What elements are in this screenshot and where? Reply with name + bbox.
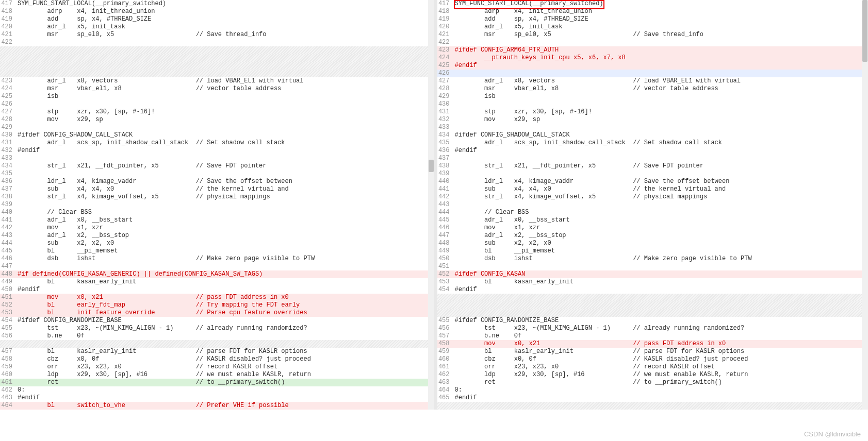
code-row[interactable]: 441 sub x4, x4, x0 // the kernel virtual… — [437, 185, 869, 193]
code-row[interactable] — [437, 402, 869, 410]
code-row[interactable] — [0, 46, 431, 54]
code-row[interactable]: 428 msr vbar_el1, x8 // vector table add… — [437, 85, 869, 93]
code-row[interactable]: 447 adr_l x2, __bss_stop — [437, 232, 869, 240]
code-row[interactable]: 447 — [0, 263, 431, 270]
code-row[interactable]: 440 // Clear BSS — [0, 209, 431, 216]
code-row[interactable]: 452 bl early_fdt_map // Try mapping the … — [0, 301, 431, 309]
code-row[interactable] — [0, 70, 431, 77]
code-row[interactable]: 449 bl kasan_early_init — [0, 278, 431, 286]
code-row[interactable]: 462 ldp x29, x30, [sp], #16 // we must e… — [437, 371, 869, 379]
code-row[interactable]: 461 orr x23, x23, x0 // record KASLR off… — [437, 363, 869, 371]
code-row[interactable]: 446 mov x1, xzr — [437, 224, 869, 232]
code-row[interactable]: 464 bl switch_to_vhe // Prefer VHE if po… — [0, 402, 431, 410]
code-row[interactable]: 448#if defined(CONFIG_KASAN_GENERIC) || … — [0, 270, 431, 278]
code-row[interactable]: 430#ifdef CONFIG_SHADOW_CALL_STACK — [0, 131, 431, 139]
code-row[interactable]: 432 mov x29, sp — [437, 116, 869, 124]
code-row[interactable]: 436 ldr_l x4, kimage_vaddr // Save the o… — [0, 178, 431, 185]
code-row[interactable]: 425 isb — [0, 93, 431, 100]
code-row[interactable]: 434#ifdef CONFIG_SHADOW_CALL_STACK — [437, 131, 869, 139]
code-row[interactable]: 439 — [0, 201, 431, 209]
code-row[interactable]: 450#endif — [0, 286, 431, 294]
code-row[interactable]: 423 adr_l x8, vectors // load VBAR_EL1 w… — [0, 77, 431, 85]
code-row[interactable]: 430 — [437, 100, 869, 108]
code-row[interactable]: 437 — [437, 155, 869, 162]
code-row[interactable]: 442 mov x1, xzr — [0, 224, 431, 232]
code-row[interactable] — [437, 309, 869, 317]
code-row[interactable]: 417SYM_FUNC_START_LOCAL(__primary_switch… — [437, 0, 869, 8]
code-row[interactable]: 427 stp xzr, x30, [sp, #-16]! — [0, 108, 431, 116]
code-row[interactable]: 421 msr sp_el0, x5 // Save thread_info — [437, 31, 869, 39]
code-row[interactable]: 458 cbz x0, 0f // KASLR disabled? just p… — [0, 355, 431, 363]
code-row[interactable]: 455 tst x23, ~(MIN_KIMG_ALIGN - 1) // al… — [0, 325, 431, 332]
code-row[interactable]: 423#ifdef CONFIG_ARM64_PTR_AUTH — [437, 46, 869, 54]
code-row[interactable]: 454#ifdef CONFIG_RANDOMIZE_BASE — [0, 317, 431, 325]
code-row[interactable]: 452#ifdef CONFIG_KASAN — [437, 270, 869, 278]
code-row[interactable]: 445 bl __pi_memset — [0, 247, 431, 255]
code-row[interactable]: 440 ldr_l x4, kimage_vaddr // Save the o… — [437, 178, 869, 185]
code-row[interactable]: 433 — [0, 155, 431, 162]
code-row[interactable]: 463 ret // to __primary_switch() — [437, 379, 869, 386]
code-row[interactable]: 459 orr x23, x23, x0 // record KASLR off… — [0, 363, 431, 371]
code-row[interactable]: 456 tst x23, ~(MIN_KIMG_ALIGN - 1) // al… — [437, 325, 869, 332]
code-row[interactable]: 453 bl kasan_early_init — [437, 278, 869, 286]
code-row[interactable]: 424 msr vbar_el1, x8 // vector table add… — [0, 85, 431, 93]
code-row[interactable]: 420 adr_l x5, init_task — [0, 23, 431, 31]
code-row[interactable]: 429 — [0, 124, 431, 131]
code-row[interactable]: 419 add sp, x4, #THREAD_SIZE — [437, 15, 869, 23]
code-row[interactable]: 422 — [0, 39, 431, 46]
right-diff-pane[interactable]: 417SYM_FUNC_START_LOCAL(__primary_switch… — [437, 0, 869, 410]
code-row[interactable]: 438 str_l x21, __fdt_pointer, x5 // Save… — [437, 162, 869, 170]
code-row[interactable]: 448 sub x2, x2, x0 — [437, 240, 869, 247]
code-row[interactable]: 465#endif — [437, 394, 869, 402]
code-row[interactable]: 446 dsb ishst // Make zero page visible … — [0, 255, 431, 263]
code-row[interactable]: 432#endif — [0, 147, 431, 155]
code-row[interactable]: 434 str_l x21, __fdt_pointer, x5 // Save… — [0, 162, 431, 170]
left-diff-pane[interactable]: 417SYM_FUNC_START_LOCAL(__primary_switch… — [0, 0, 437, 410]
code-row[interactable]: 443 adr_l x2, __bss_stop — [0, 232, 431, 240]
code-row[interactable]: 422 — [437, 39, 869, 46]
code-row[interactable]: 460 cbz x0, 0f // KASLR disabled? just p… — [437, 355, 869, 363]
code-row[interactable] — [437, 301, 869, 309]
code-row[interactable]: 433 — [437, 124, 869, 131]
code-row[interactable]: 457 b.ne 0f — [437, 332, 869, 340]
code-row[interactable]: 421 msr sp_el0, x5 // Save thread_info — [0, 31, 431, 39]
code-row[interactable]: 417SYM_FUNC_START_LOCAL(__primary_switch… — [0, 0, 431, 8]
code-row[interactable]: 418 adrp x4, init_thread_union — [0, 8, 431, 15]
code-row[interactable]: 418 adrp x4, init_thread_union — [437, 8, 869, 15]
code-row[interactable]: 455#ifdef CONFIG_RANDOMIZE_BASE — [437, 317, 869, 325]
scroll-thumb[interactable] — [429, 160, 434, 172]
code-row[interactable]: 450 dsb ishst // Make zero page visible … — [437, 255, 869, 263]
code-row[interactable]: 419 add sp, x4, #THREAD_SIZE — [0, 15, 431, 23]
code-row[interactable]: 445 adr_l x0, __bss_start — [437, 216, 869, 224]
code-row[interactable]: 460 ldp x29, x30, [sp], #16 // we must e… — [0, 371, 431, 379]
code-row[interactable]: 454#endif — [437, 286, 869, 294]
code-row[interactable]: 437 sub x4, x4, x0 // the kernel virtual… — [0, 185, 431, 193]
code-row[interactable] — [0, 340, 431, 348]
code-row[interactable]: 456 b.ne 0f — [0, 332, 431, 340]
code-row[interactable]: 428 mov x29, sp — [0, 116, 431, 124]
code-row[interactable]: 431 adr_l scs_sp, init_shadow_call_stack… — [0, 139, 431, 147]
code-row[interactable]: 4640: — [437, 386, 869, 394]
code-row[interactable]: 442 str_l x4, kimage_voffset, x5 // phys… — [437, 193, 869, 201]
code-row[interactable]: 426 — [437, 70, 869, 77]
code-row[interactable]: 463#endif — [0, 394, 431, 402]
code-row[interactable]: 451 mov x0, x21 // pass FDT address in x… — [0, 294, 431, 301]
code-row[interactable]: 444 sub x2, x2, x0 — [0, 240, 431, 247]
code-row[interactable]: 461 ret // to __primary_switch() — [0, 379, 431, 386]
code-row[interactable]: 429 isb — [437, 93, 869, 100]
code-row[interactable]: 425#endif — [437, 62, 869, 70]
code-row[interactable]: 458 mov x0, x21 // pass FDT address in x… — [437, 340, 869, 348]
code-row[interactable] — [0, 62, 431, 70]
code-row[interactable]: 459 bl kaslr_early_init // parse FDT for… — [437, 348, 869, 355]
scroll-thumb[interactable] — [862, 0, 867, 62]
code-row[interactable]: 435 adr_l scs_sp, init_shadow_call_stack… — [437, 139, 869, 147]
code-row[interactable]: 426 — [0, 100, 431, 108]
code-row[interactable]: 420 adr_l x5, init_task — [437, 23, 869, 31]
code-row[interactable]: 444 // Clear BSS — [437, 209, 869, 216]
code-row[interactable]: 427 adr_l x8, vectors // load VBAR_EL1 w… — [437, 77, 869, 85]
code-row[interactable]: 457 bl kaslr_early_init // parse FDT for… — [0, 348, 431, 355]
code-row[interactable]: 441 adr_l x0, __bss_start — [0, 216, 431, 224]
code-row[interactable]: 443 — [437, 201, 869, 209]
code-row[interactable]: 435 — [0, 170, 431, 178]
code-row[interactable]: 438 str_l x4, kimage_voffset, x5 // phys… — [0, 193, 431, 201]
